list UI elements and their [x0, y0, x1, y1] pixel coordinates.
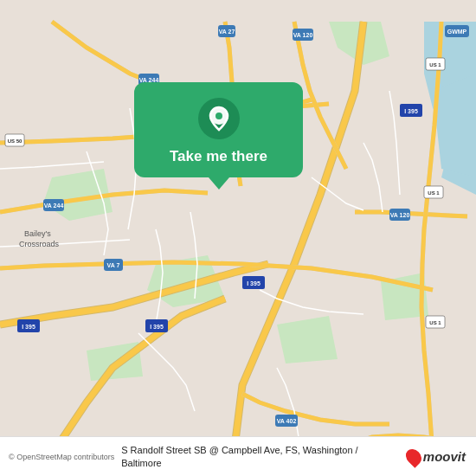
moovit-text: moovit — [423, 449, 466, 464]
map-svg: VA 27 VA 120 VA 244 US 50 VA 244 GWMP US… — [0, 0, 476, 476]
highway-shield-i395-bottom-left: I 395 — [22, 324, 35, 330]
highway-shield-us1-bottom: US 1 — [429, 320, 441, 325]
highway-shield-i395-center: I 395 — [247, 280, 261, 286]
location-name: S Randolf Street SB @ Campbell Ave, FS, … — [121, 444, 400, 469]
svg-point-18 — [215, 113, 222, 119]
map-container: VA 27 VA 120 VA 244 US 50 VA 244 GWMP US… — [0, 0, 476, 476]
highway-shield-va7-left: VA 7 — [107, 262, 120, 268]
highway-shield-va120-right: VA 120 — [390, 212, 410, 218]
moovit-pin-icon — [402, 446, 424, 467]
moovit-logo: moovit — [407, 448, 466, 466]
highway-shield-gwmp: GWMP — [447, 29, 467, 35]
highway-shield-va244-left: VA 244 — [44, 203, 64, 209]
baileys-crossroads-label: Bailey's — [24, 229, 51, 238]
popup-card[interactable]: Take me there — [134, 82, 303, 177]
map-attribution: © OpenStreetMap contributors — [9, 453, 114, 461]
highway-shield-va27: VA 27 — [219, 29, 235, 35]
take-me-there-button[interactable]: Take me there — [170, 148, 267, 165]
highway-shield-us1-mid: US 1 — [428, 190, 440, 196]
bottom-bar: © OpenStreetMap contributors S Randolf S… — [0, 436, 476, 476]
highway-shield-va402: VA 402 — [277, 418, 297, 424]
location-pin-icon — [207, 105, 231, 132]
location-icon-wrapper — [198, 98, 240, 139]
highway-shield-i395-right: I 395 — [404, 108, 418, 114]
highway-shield-va120-top: VA 120 — [293, 32, 313, 38]
baileys-crossroads-label2: Crossroads — [19, 240, 60, 248]
highway-shield-i395-bottom-center: I 395 — [150, 324, 164, 330]
highway-shield-us50: US 50 — [8, 138, 23, 144]
highway-shield-us1-top: US 1 — [429, 62, 441, 68]
